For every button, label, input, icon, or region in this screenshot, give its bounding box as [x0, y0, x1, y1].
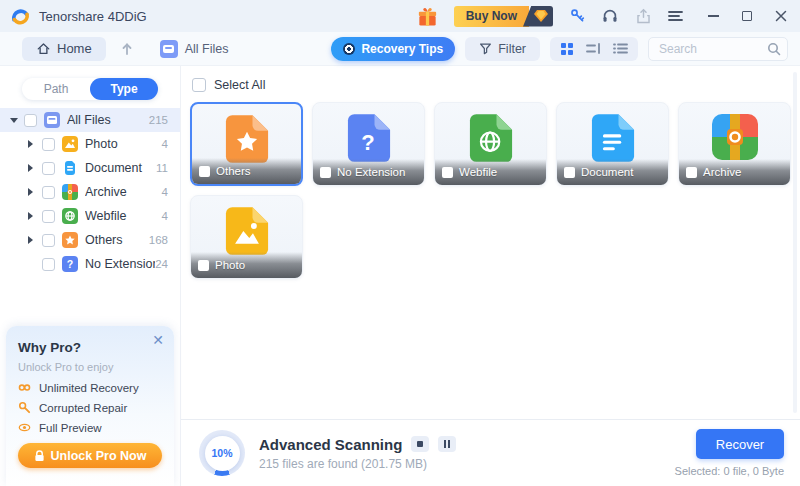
recovery-tips-icon — [343, 43, 355, 55]
filter-label: Filter — [498, 42, 526, 56]
webfile-file-icon — [469, 113, 513, 163]
tree-label: Document — [85, 161, 156, 175]
document-checkbox[interactable] — [42, 162, 55, 175]
feature-unlimited-recovery: Unlimited Recovery — [18, 381, 162, 394]
no-extension-icon: ? — [62, 256, 78, 272]
no-extension-checkbox[interactable] — [42, 258, 55, 271]
photo-checkbox[interactable] — [42, 138, 55, 151]
recover-button[interactable]: Recover — [696, 429, 784, 459]
menu-icon[interactable] — [667, 7, 685, 25]
list-view-icon[interactable] — [613, 42, 628, 55]
select-all-checkbox[interactable] — [192, 78, 206, 92]
feature-label: Full Preview — [39, 422, 102, 434]
scan-progress-value: 10% — [205, 436, 240, 471]
pause-scan-button[interactable] — [438, 436, 456, 452]
tree-item-document[interactable]: Document 11 — [0, 156, 180, 180]
card-document[interactable]: Document — [556, 102, 669, 186]
home-label: Home — [57, 41, 92, 56]
tree-item-webfile[interactable]: Webfile 4 — [0, 204, 180, 228]
svg-text:?: ? — [67, 258, 73, 270]
scrollbar[interactable] — [793, 72, 797, 413]
card-label: Archive — [703, 166, 741, 178]
minimize-icon[interactable] — [704, 7, 722, 25]
app-title: Tenorshare 4DDiG — [39, 9, 147, 24]
grid-view-icon[interactable] — [560, 42, 574, 56]
why-pro-close-icon[interactable]: ✕ — [152, 333, 164, 347]
search-box — [648, 37, 788, 61]
buy-now-button[interactable]: Buy Now — [454, 6, 553, 27]
tab-type[interactable]: Type — [90, 78, 158, 100]
card-archive[interactable]: Archive — [678, 102, 791, 186]
card-checkbox[interactable] — [199, 166, 210, 177]
unlock-pro-label: Unlock Pro Now — [51, 449, 147, 463]
stop-icon — [417, 441, 423, 447]
card-webfile[interactable]: Webfile — [434, 102, 547, 186]
tree-item-photo[interactable]: Photo 4 — [0, 132, 180, 156]
all-files-icon — [160, 40, 178, 58]
tree-item-all-files[interactable]: All Files 215 — [0, 108, 180, 132]
medium-list-view-icon[interactable] — [586, 42, 601, 55]
card-no-extension[interactable]: ? No Extension — [312, 102, 425, 186]
recovery-tips-button[interactable]: Recovery Tips — [331, 37, 455, 61]
caret-down-icon[interactable] — [10, 118, 22, 123]
document-file-icon — [591, 113, 635, 163]
archive-checkbox[interactable] — [42, 186, 55, 199]
card-label: Photo — [215, 259, 245, 271]
caret-right-icon[interactable] — [28, 236, 40, 244]
card-checkbox[interactable] — [198, 260, 209, 271]
others-icon — [62, 232, 78, 248]
feature-label: Unlimited Recovery — [39, 382, 139, 394]
search-icon — [767, 42, 781, 56]
card-checkbox[interactable] — [564, 167, 575, 178]
why-pro-panel: ✕ Why Pro? Unlock Pro to enjoy Unlimited… — [6, 326, 174, 486]
card-photo[interactable]: Photo — [190, 195, 303, 279]
window-controls — [704, 7, 790, 25]
statusbar: 10% Advanced Scanning 215 files are foun… — [181, 419, 800, 486]
card-label: Webfile — [459, 166, 497, 178]
tree-label: Photo — [85, 137, 162, 151]
tree-item-no-extension[interactable]: ? No Extension 24 — [0, 252, 180, 276]
caret-right-icon[interactable] — [28, 164, 40, 172]
all-files-checkbox[interactable] — [24, 114, 37, 127]
key-icon[interactable] — [568, 7, 586, 25]
tree-item-archive[interactable]: Archive 4 — [0, 180, 180, 204]
gift-icon[interactable] — [416, 5, 439, 28]
card-strip: Document — [557, 159, 668, 185]
category-cards: Others ? No Extension — [190, 102, 792, 279]
tree-label: Webfile — [85, 209, 162, 223]
card-strip: Others — [192, 158, 301, 184]
archive-icon — [62, 184, 78, 200]
navigate-up-icon[interactable] — [118, 40, 136, 58]
tab-path[interactable]: Path — [22, 78, 90, 100]
sidebar: Path Type All Files 215 Photo 4 — [0, 66, 181, 486]
caret-right-icon[interactable] — [28, 188, 40, 196]
feature-corrupted-repair: Corrupted Repair — [18, 401, 162, 414]
share-icon[interactable] — [634, 7, 652, 25]
card-checkbox[interactable] — [686, 167, 697, 178]
maximize-icon[interactable] — [738, 7, 756, 25]
close-icon[interactable] — [772, 7, 790, 25]
headset-icon[interactable] — [601, 7, 619, 25]
stop-scan-button[interactable] — [411, 436, 429, 452]
card-others[interactable]: Others — [190, 102, 303, 186]
others-checkbox[interactable] — [42, 234, 55, 247]
webfile-checkbox[interactable] — [42, 210, 55, 223]
others-file-icon — [225, 114, 269, 164]
recovery-tips-label: Recovery Tips — [361, 42, 443, 56]
card-checkbox[interactable] — [442, 167, 453, 178]
card-label: Others — [216, 165, 251, 177]
home-button[interactable]: Home — [22, 37, 106, 61]
tree-count: 11 — [156, 162, 168, 174]
unlock-pro-button[interactable]: Unlock Pro Now — [18, 443, 162, 468]
card-checkbox[interactable] — [320, 167, 331, 178]
photo-icon — [62, 136, 78, 152]
caret-right-icon[interactable] — [28, 212, 40, 220]
tree-label: No Extension — [85, 257, 155, 271]
all-files-icon — [44, 112, 60, 128]
tree-item-others[interactable]: Others 168 — [0, 228, 180, 252]
pause-icon — [444, 440, 450, 448]
caret-right-icon[interactable] — [28, 140, 40, 148]
card-strip: No Extension — [313, 159, 424, 185]
filter-button[interactable]: Filter — [465, 37, 540, 61]
archive-file-icon — [712, 113, 758, 161]
